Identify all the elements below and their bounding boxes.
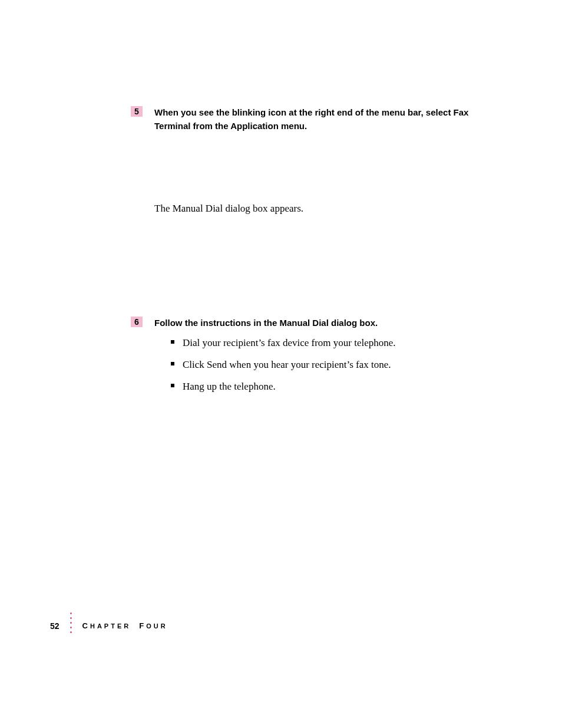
- chapter-our: OUR: [146, 622, 167, 630]
- step-5: 5 When you see the blinking icon at the …: [131, 106, 480, 133]
- bullet-text: Hang up the telephone.: [183, 378, 276, 394]
- bullet-square-icon: [171, 340, 174, 344]
- body-text: The Manual Dial dialog box appears.: [154, 200, 480, 216]
- bullet-item: Click Send when you hear your recipient’…: [171, 357, 480, 373]
- chapter-c: C: [82, 621, 90, 630]
- step-number-5: 5: [131, 106, 143, 117]
- step-6-text: Follow the instructions in the Manual Di…: [154, 317, 378, 330]
- bullet-square-icon: [171, 384, 174, 387]
- step-number-6: 6: [131, 317, 143, 327]
- chapter-label: CHAPTER FOUR: [82, 621, 168, 630]
- chapter-hapter: HAPTER: [90, 622, 131, 630]
- step-6: 6 Follow the instructions in the Manual …: [131, 317, 480, 330]
- decorative-dots-icon: [70, 612, 72, 633]
- bullet-text: Dial your recipient’s fax device from yo…: [183, 335, 396, 351]
- step-5-text: When you see the blinking icon at the ri…: [154, 106, 480, 133]
- bullet-text: Click Send when you hear your recipient’…: [183, 357, 391, 373]
- page-number: 52: [50, 621, 59, 631]
- chapter-f: F: [139, 621, 146, 630]
- bullet-list: Dial your recipient’s fax device from yo…: [171, 335, 480, 395]
- page-footer: 52 CHAPTER FOUR: [50, 618, 168, 633]
- bullet-item: Hang up the telephone.: [171, 378, 480, 394]
- bullet-item: Dial your recipient’s fax device from yo…: [171, 335, 480, 351]
- bullet-square-icon: [171, 362, 174, 365]
